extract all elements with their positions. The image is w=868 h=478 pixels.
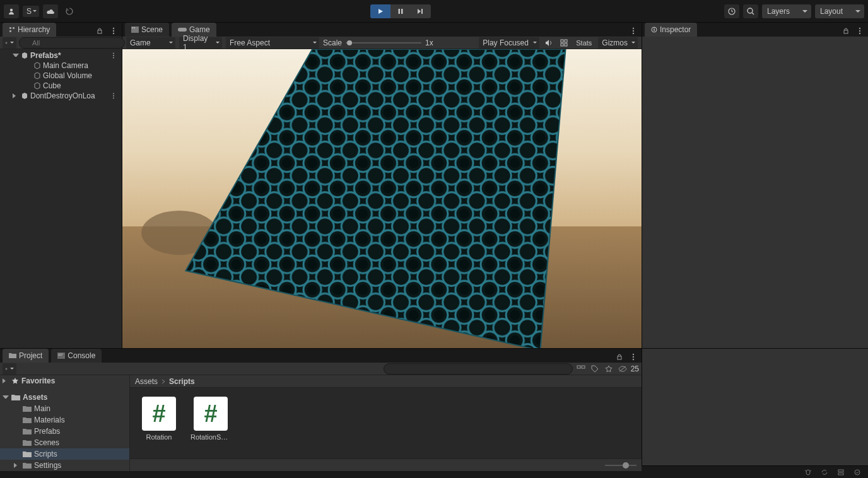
favorites-row[interactable]: Favorites	[0, 375, 129, 387]
history-icon[interactable]	[62, 4, 77, 18]
tab-inspector[interactable]: Inspector	[645, 23, 697, 37]
folder-row[interactable]: Settings	[0, 460, 129, 471]
foldout-icon[interactable]	[13, 93, 19, 99]
inspector-body	[642, 37, 868, 348]
global-search-button[interactable]	[743, 4, 758, 18]
folder-row-scripts[interactable]: Scripts	[0, 448, 129, 460]
lock-icon[interactable]	[614, 351, 625, 363]
pause-button[interactable]	[390, 4, 411, 18]
account-dropdown[interactable]: S	[23, 6, 39, 17]
foldout-icon[interactable]	[13, 52, 19, 59]
folder-row[interactable]: Main	[0, 403, 129, 414]
game-view-panel: Scene Game Game Display 1 Free Aspect Sc…	[122, 23, 642, 348]
gameobject-label: Main Camera	[43, 61, 88, 70]
hidden-toggle-icon[interactable]	[617, 363, 628, 375]
breadcrumb-item[interactable]: Assets	[135, 377, 158, 386]
project-tree: Favorites Assets Main Materials Prefabs …	[0, 375, 130, 471]
play-controls	[370, 4, 431, 18]
cube-outline-icon	[33, 71, 42, 80]
svg-rect-34	[565, 44, 567, 46]
gameobject-row[interactable]: Global Volume	[0, 71, 122, 81]
hierarchy-tree: Prefabs* Main Camera Global Volume Cube	[0, 49, 122, 348]
tab-hierarchy[interactable]: Hierarchy	[3, 23, 56, 37]
svg-point-30	[633, 33, 634, 34]
debug-icon[interactable]	[802, 467, 814, 478]
gameobject-row[interactable]: Cube	[0, 81, 122, 91]
layers-label: Layers	[767, 7, 790, 16]
scene-menu-icon[interactable]	[108, 50, 119, 61]
scene-row[interactable]: Prefabs*	[0, 50, 122, 61]
cloud-button[interactable]	[43, 4, 58, 18]
asset-script[interactable]: # Rotation	[139, 397, 179, 441]
scene-menu-icon[interactable]	[108, 90, 119, 102]
step-button[interactable]	[411, 4, 431, 18]
folder-row[interactable]: Prefabs	[0, 426, 129, 437]
account-letter: S	[26, 7, 32, 16]
project-create-dropdown[interactable]	[3, 363, 16, 375]
panel-menu-icon[interactable]	[628, 25, 639, 37]
layers-dropdown[interactable]: Layers	[762, 4, 811, 18]
persistent-scene-row[interactable]: DontDestroyOnLoa	[0, 91, 122, 101]
game-mode-dropdown[interactable]: Game	[126, 37, 175, 49]
project-search-input[interactable]	[384, 363, 573, 375]
asset-script[interactable]: # RotationScr...	[191, 397, 231, 441]
foldout-icon[interactable]	[14, 462, 20, 469]
hierarchy-search-input[interactable]	[19, 37, 125, 49]
svg-point-66	[806, 470, 810, 475]
svg-rect-2	[401, 9, 403, 14]
cache-server-icon[interactable]	[835, 467, 847, 478]
inspector-panel: Inspector	[642, 23, 868, 348]
chevron-right-icon	[161, 379, 165, 384]
project-tab-label: Project	[19, 351, 42, 360]
account-button[interactable]	[4, 4, 19, 18]
hierarchy-create-dropdown[interactable]	[3, 37, 16, 49]
search-by-label-icon[interactable]	[589, 363, 601, 375]
global-illum-icon[interactable]	[852, 467, 863, 478]
star-icon	[11, 377, 19, 385]
tab-scene[interactable]: Scene	[125, 23, 169, 37]
auto-refresh-icon[interactable]	[819, 467, 830, 478]
foldout-icon[interactable]	[3, 378, 9, 384]
folder-row[interactable]: Materials	[0, 414, 129, 426]
search-by-type-icon[interactable]	[575, 363, 587, 375]
context-menu-icon[interactable]	[108, 25, 119, 37]
svg-point-22	[113, 95, 114, 96]
stats-toggle[interactable]: Stats	[573, 37, 594, 49]
svg-rect-27	[178, 28, 187, 32]
play-button[interactable]	[370, 4, 390, 18]
layout-dropdown[interactable]: Layout	[815, 4, 864, 18]
stats-grid-icon[interactable]	[558, 37, 570, 49]
breadcrumb: Assets Scripts	[130, 375, 642, 388]
breadcrumb-item[interactable]: Scripts	[169, 377, 195, 386]
gizmos-dropdown[interactable]: Gizmos	[598, 37, 638, 49]
display-dropdown[interactable]: Display 1	[179, 37, 222, 49]
svg-point-49	[654, 28, 655, 29]
aspect-dropdown[interactable]: Free Aspect	[226, 37, 319, 49]
gameobject-row[interactable]: Main Camera	[0, 61, 122, 71]
lock-icon[interactable]	[94, 25, 105, 37]
svg-point-12	[113, 30, 114, 32]
svg-rect-63	[577, 366, 580, 368]
scene-name: Prefabs*	[30, 51, 61, 60]
folder-row[interactable]: Scenes	[0, 437, 129, 448]
game-tab-label: Game	[189, 25, 210, 34]
assets-root-row[interactable]: Assets	[0, 392, 129, 403]
tab-project[interactable]: Project	[3, 349, 49, 363]
mute-audio-icon[interactable]	[543, 37, 554, 49]
svg-rect-64	[582, 366, 585, 368]
thumbnail-size-slider[interactable]	[605, 465, 636, 466]
play-focus-dropdown[interactable]: Play Focused	[479, 37, 539, 49]
svg-point-53	[859, 33, 860, 34]
foldout-icon[interactable]	[3, 394, 9, 400]
undo-history-button[interactable]	[724, 4, 739, 18]
console-tab-label: Console	[67, 351, 95, 360]
svg-point-13	[113, 33, 114, 34]
lock-icon[interactable]	[840, 25, 852, 37]
context-menu-icon[interactable]	[628, 351, 639, 363]
tab-console[interactable]: Console	[51, 349, 102, 363]
context-menu-icon[interactable]	[854, 25, 865, 37]
folder-icon	[11, 394, 20, 401]
save-search-icon[interactable]	[603, 363, 614, 375]
svg-point-20	[113, 57, 114, 59]
scale-slider[interactable]	[346, 42, 421, 44]
